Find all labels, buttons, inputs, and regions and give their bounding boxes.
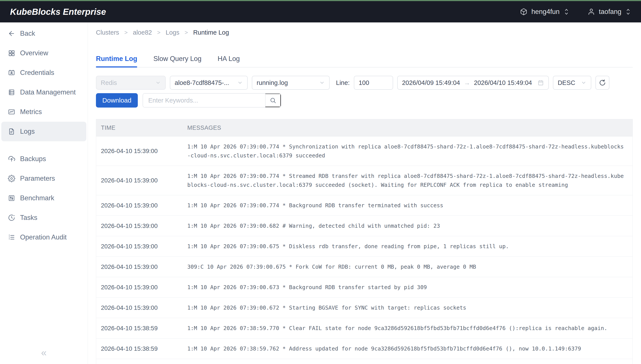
pod-select[interactable]: aloe8-7cdf88475-... xyxy=(170,76,248,90)
table-row: 2026-04-10 15:39:00309:C 10 Apr 2026 07:… xyxy=(96,256,632,277)
sidebar-item-label: Parameters xyxy=(20,174,55,182)
arrow-right-icon: → xyxy=(463,79,472,86)
engine-select[interactable]: Redis xyxy=(96,76,166,90)
breadcrumb: Clusters > aloe82 > Logs > Runtime Log xyxy=(96,29,633,36)
table-row: 2026-04-10 15:39:001:M 10 Apr 2026 07:39… xyxy=(96,195,632,216)
arrow-left-icon xyxy=(8,30,15,37)
filter-bar: Redis aloe8-7cdf88475-... running.log Li… xyxy=(96,76,633,90)
sidebar-item-overview[interactable]: Overview xyxy=(1,43,86,63)
chevron-down-icon xyxy=(155,80,161,86)
keyword-input[interactable] xyxy=(143,94,265,107)
engine-select-value: Redis xyxy=(101,79,117,86)
sidebar-item-label: Tasks xyxy=(20,214,37,222)
keyword-search-box xyxy=(143,93,281,108)
refresh-button[interactable] xyxy=(595,76,609,90)
table-row: 2026-04-10 15:39:001:M 10 Apr 2026 07:39… xyxy=(96,236,632,256)
tab-runtime-log[interactable]: Runtime Log xyxy=(96,55,137,67)
download-button[interactable]: Download xyxy=(96,93,138,108)
top-bar: KubeBlocks Enterprise heng4fun taofang xyxy=(0,1,641,22)
calendar-icon xyxy=(537,80,544,86)
sidebar-collapse-button[interactable]: « xyxy=(0,346,88,358)
row-message: 1:M 10 Apr 2026 07:38:59.770 * Clear FAI… xyxy=(187,318,632,338)
search-button[interactable] xyxy=(265,94,281,107)
row-time: 2026-04-10 15:38:59 xyxy=(96,345,187,352)
search-icon xyxy=(270,97,277,104)
chart-icon xyxy=(8,108,15,116)
grid-icon xyxy=(8,50,15,57)
row-message: 1:M 10 Apr 2026 07:39:00.673 * Backgroun… xyxy=(187,277,632,298)
sidebar-item-backups[interactable]: Backups xyxy=(1,149,86,169)
sidebar-item-parameters[interactable]: Parameters xyxy=(1,169,86,188)
row-message: 1:M 10 Apr 2026 07:39:00.774 * Synchroni… xyxy=(187,136,632,166)
table-row: 2026-04-10 15:38:551:M 10 Apr 2026 07:38… xyxy=(96,359,632,364)
sidebar-item-label: Benchmark xyxy=(20,194,54,202)
sidebar-item-label: Overview xyxy=(20,49,48,57)
sidebar-item-data-management[interactable]: Data Management xyxy=(1,82,86,102)
row-time: 2026-04-10 15:39:00 xyxy=(96,148,187,154)
org-name: heng4fun xyxy=(531,8,559,16)
row-time: 2026-04-10 15:39:00 xyxy=(96,177,187,184)
breadcrumb-logs[interactable]: Logs xyxy=(166,29,179,36)
row-time: 2026-04-10 15:38:59 xyxy=(96,325,187,332)
back-button[interactable]: Back xyxy=(1,24,86,43)
tab-ha-log[interactable]: HA Log xyxy=(218,55,240,67)
sidebar-item-benchmark[interactable]: Benchmark xyxy=(1,188,86,208)
document-icon xyxy=(8,128,15,135)
sort-order-select[interactable]: DESC xyxy=(553,76,591,90)
chevron-up-down-icon xyxy=(564,8,569,16)
sidebar-item-metrics[interactable]: Metrics xyxy=(1,102,86,122)
date-end: 2026/04/10 15:49:04 xyxy=(474,79,532,86)
row-message: 1:M 10 Apr 2026 07:39:00.675 * Diskless … xyxy=(187,236,632,256)
server-icon xyxy=(8,88,15,96)
log-table-body: 2026-04-10 15:39:001:M 10 Apr 2026 07:39… xyxy=(96,136,632,364)
log-table: TIME MESSAGES 2026-04-10 15:39:001:M 10 … xyxy=(96,119,633,364)
sidebar-item-operation-audit[interactable]: Operation Audit xyxy=(1,228,86,247)
sidebar-item-credentials[interactable]: Credentials xyxy=(1,63,86,82)
row-message: 1:M 10 Apr 2026 07:38:55.250 * Delay nex… xyxy=(187,359,632,364)
app-logo: KubeBlocks Enterprise xyxy=(10,7,106,17)
chevron-right-icon: > xyxy=(185,29,188,36)
action-bar: Download xyxy=(96,93,633,108)
column-header-time: TIME xyxy=(96,124,187,131)
sort-order-value: DESC xyxy=(558,79,575,86)
chevron-right-icon: > xyxy=(124,29,128,36)
row-time: 2026-04-10 15:39:00 xyxy=(96,264,187,270)
chevron-down-icon xyxy=(581,80,586,86)
chevron-up-down-icon xyxy=(625,8,631,16)
date-range-picker[interactable]: 2026/04/09 15:49:04 → 2026/04/10 15:49:0… xyxy=(397,76,549,90)
org-icon xyxy=(520,8,527,16)
breadcrumb-cluster-name[interactable]: aloe82 xyxy=(133,29,152,36)
sidebar-item-label: Metrics xyxy=(20,108,42,116)
sliders-icon xyxy=(8,194,15,202)
row-time: 2026-04-10 15:39:00 xyxy=(96,202,187,209)
row-time: 2026-04-10 15:39:00 xyxy=(96,284,187,291)
table-row: 2026-04-10 15:39:001:M 10 Apr 2026 07:39… xyxy=(96,136,632,166)
log-file-select-value: running.log xyxy=(257,79,288,86)
cloud-upload-icon xyxy=(8,155,15,162)
breadcrumb-clusters[interactable]: Clusters xyxy=(96,29,119,36)
sidebar-item-label: Backups xyxy=(20,155,46,163)
org-menu[interactable]: heng4fun xyxy=(520,8,569,16)
tab-slow-query-log[interactable]: Slow Query Log xyxy=(153,55,201,67)
chevron-right-icon: > xyxy=(157,29,160,36)
topbar-menus: heng4fun taofang xyxy=(520,8,631,16)
sidebar-item-logs[interactable]: Logs xyxy=(1,122,86,141)
sidebar-item-tasks[interactable]: Tasks xyxy=(1,208,86,228)
row-time: 2026-04-10 15:39:00 xyxy=(96,243,187,250)
log-file-select[interactable]: running.log xyxy=(252,76,330,90)
chevron-down-icon xyxy=(237,80,243,86)
table-row: 2026-04-10 15:38:591:M 10 Apr 2026 07:38… xyxy=(96,318,632,338)
sidebar-item-label: Operation Audit xyxy=(20,234,67,241)
line-count-input[interactable] xyxy=(354,76,393,90)
sidebar: Back Overview Credentials Data Managemen… xyxy=(0,22,88,364)
table-row: 2026-04-10 15:39:001:M 10 Apr 2026 07:39… xyxy=(96,277,632,298)
line-count-label: Line: xyxy=(336,79,350,86)
chevron-down-icon xyxy=(319,80,325,86)
user-menu[interactable]: taofang xyxy=(588,8,631,16)
pod-select-value: aloe8-7cdf88475-... xyxy=(175,79,229,86)
table-row: 2026-04-10 15:39:001:M 10 Apr 2026 07:39… xyxy=(96,298,632,318)
id-badge-icon xyxy=(8,69,15,76)
log-table-header: TIME MESSAGES xyxy=(96,119,632,136)
sidebar-item-label: Logs xyxy=(20,128,35,136)
breadcrumb-current: Runtime Log xyxy=(193,29,229,36)
